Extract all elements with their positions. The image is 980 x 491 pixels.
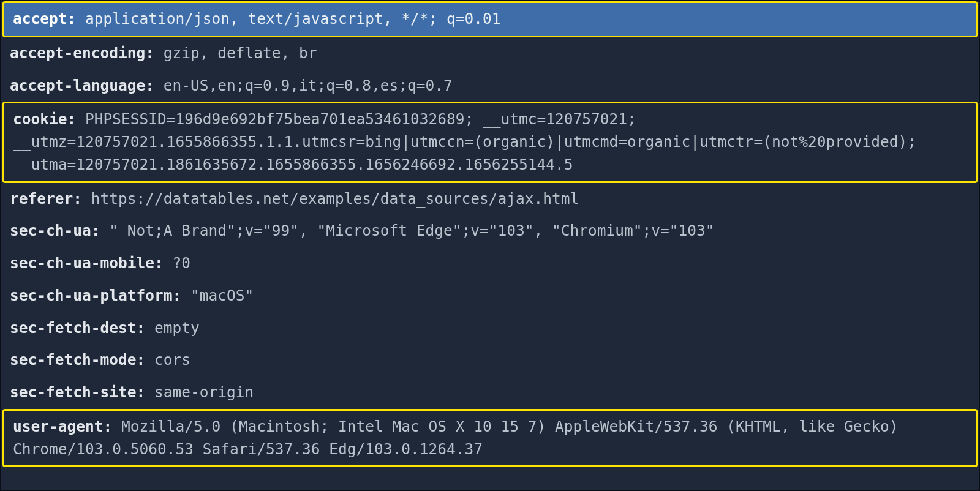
header-value: en-US,en;q=0.9,it;q=0.8,es;q=0.7	[164, 77, 453, 94]
header-separator: :	[104, 418, 122, 435]
header-value: same-origin	[154, 383, 254, 401]
header-value: Mozilla/5.0 (Macintosh; Intel Mac OS X 1…	[13, 418, 899, 458]
header-separator: :	[145, 77, 164, 94]
header-value: cors	[154, 351, 190, 369]
header-row-sec-fetch-site[interactable]: sec-fetch-site: same-origin	[1, 377, 979, 409]
header-name: sec-ch-ua-platform	[10, 287, 173, 304]
header-value: https://datatables.net/examples/data_sou…	[91, 190, 579, 208]
header-name: sec-fetch-mode	[10, 351, 137, 369]
request-headers-panel: accept: application/json, text/javascrip…	[1, 1, 979, 467]
header-row-sec-fetch-dest[interactable]: sec-fetch-dest: empty	[1, 312, 979, 345]
header-value: empty	[154, 319, 200, 337]
header-value: application/json, text/javascript, */*; …	[85, 10, 501, 28]
header-name: sec-fetch-site	[10, 383, 137, 401]
header-name: sec-fetch-dest	[10, 319, 137, 337]
header-row-referer[interactable]: referer: https://datatables.net/examples…	[1, 183, 979, 216]
header-separator: :	[154, 254, 173, 272]
header-row-sec-ch-ua-platform[interactable]: sec-ch-ua-platform: "macOS"	[1, 280, 979, 312]
header-row-accept-encoding[interactable]: accept-encoding: gzip, deflate, br	[1, 37, 979, 70]
header-name: referer	[10, 190, 73, 208]
header-name: sec-ch-ua	[10, 222, 91, 239]
header-row-sec-ch-ua[interactable]: sec-ch-ua: " Not;A Brand";v="99", "Micro…	[1, 215, 979, 247]
header-name: sec-ch-ua-mobile	[10, 254, 154, 272]
header-row-accept-language[interactable]: accept-language: en-US,en;q=0.9,it;q=0.8…	[1, 70, 979, 102]
header-row-cookie[interactable]: cookie: PHPSESSID=196d9e692bf75bea701ea5…	[2, 102, 978, 182]
header-row-user-agent[interactable]: user-agent: Mozilla/5.0 (Macintosh; Inte…	[2, 409, 978, 468]
header-separator: :	[173, 287, 191, 304]
header-separator: :	[145, 44, 164, 62]
header-name: cookie	[13, 110, 67, 128]
header-value: "macOS"	[190, 287, 254, 304]
header-name: user-agent	[13, 418, 104, 435]
header-value: " Not;A Brand";v="99", "Microsoft Edge";…	[109, 222, 714, 239]
header-value: gzip, deflate, br	[164, 44, 317, 62]
header-separator: :	[91, 222, 110, 239]
header-name: accept-language	[10, 77, 145, 94]
header-separator: :	[137, 319, 155, 337]
header-row-sec-fetch-mode[interactable]: sec-fetch-mode: cors	[1, 344, 979, 377]
header-value: ?0	[173, 254, 191, 272]
header-row-accept[interactable]: accept: application/json, text/javascrip…	[2, 1, 978, 37]
header-separator: :	[67, 110, 86, 128]
header-separator: :	[137, 351, 155, 369]
header-separator: :	[73, 190, 91, 208]
header-value: PHPSESSID=196d9e692bf75bea701ea534610326…	[13, 110, 916, 173]
header-name: accept	[13, 10, 67, 28]
header-separator: :	[67, 10, 86, 28]
header-separator: :	[137, 383, 155, 401]
header-row-sec-ch-ua-mobile[interactable]: sec-ch-ua-mobile: ?0	[1, 247, 979, 280]
header-name: accept-encoding	[10, 44, 145, 62]
